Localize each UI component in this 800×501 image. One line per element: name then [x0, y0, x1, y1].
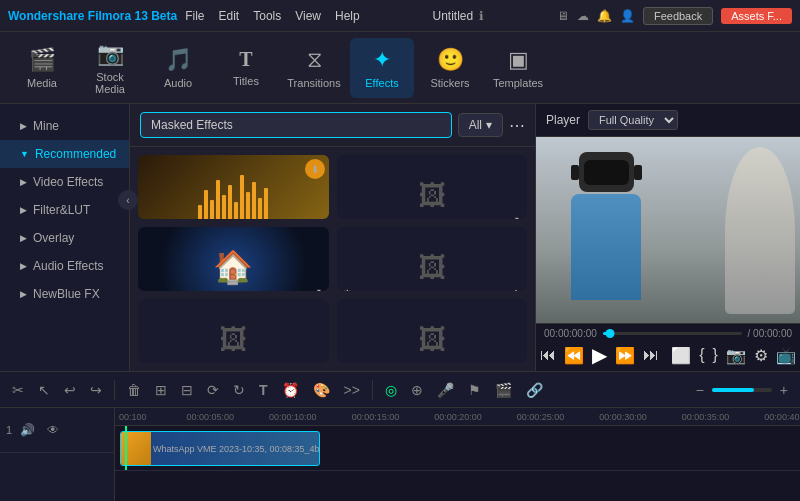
quality-select[interactable]: Full Quality [588, 110, 678, 130]
menu-help[interactable]: Help [335, 9, 360, 23]
more-tools-button[interactable]: >> [340, 380, 364, 400]
skip-to-end-button[interactable]: ⏭ [643, 346, 659, 364]
viz-bars [188, 170, 278, 219]
crop-button[interactable]: ⊞ [151, 380, 171, 400]
sidebar-item-mine-label: Mine [33, 119, 59, 133]
image-placeholder-icon: 🖼 [418, 179, 446, 212]
progress-track[interactable] [603, 332, 742, 335]
marker-button[interactable]: ⚑ [464, 380, 485, 400]
chevron-right-icon-5: ▶ [20, 261, 27, 271]
audio-mix-button[interactable]: ◎ [381, 380, 401, 400]
more-options-button[interactable]: ⋯ [509, 116, 525, 135]
effect-audio-viz[interactable]: ⬇ Audio Visualizer Glow [138, 155, 329, 219]
stickers-icon: 🙂 [437, 47, 464, 73]
time-button[interactable]: ⏰ [278, 380, 303, 400]
sidebar-item-audio-effects[interactable]: ▶ Audio Effects [0, 252, 129, 280]
timeline-labels: 1 🔊 👁 [0, 408, 115, 501]
menu-tools[interactable]: Tools [253, 9, 281, 23]
waveform-button[interactable]: 🎤 [433, 380, 458, 400]
player-label: Player [546, 113, 580, 127]
vr-visor [584, 160, 629, 185]
track-add-button[interactable]: 🎬 [491, 380, 516, 400]
snap-button[interactable]: ⊕ [407, 380, 427, 400]
effect-6[interactable]: 🖼 [337, 299, 528, 363]
left-panel: ▶ Mine ▼ Recommended ▶ Video Effects ▶ F… [0, 104, 130, 371]
search-input[interactable] [140, 112, 452, 138]
sidebar-item-overlay[interactable]: ▶ Overlay [0, 224, 129, 252]
tool-stickers[interactable]: 🙂 Stickers [418, 38, 482, 98]
video-clip[interactable]: WhatsApp VME 2023-10:35, 00:08:35_4b2f4.… [120, 431, 320, 466]
timeline-tracks: 00:100 00:00:05:00 00:00:10:00 00:00:15:… [115, 408, 800, 501]
pip-button[interactable]: 📺 [776, 346, 796, 365]
time-current: 00:00:00:00 [544, 328, 597, 339]
panel-collapse-button[interactable]: ‹ [118, 190, 138, 210]
skip-to-start-button[interactable]: ⏮ [540, 346, 556, 364]
tool-media[interactable]: 🎬 Media [10, 38, 74, 98]
tool-effects[interactable]: ✦ Effects [350, 38, 414, 98]
zoom-slider[interactable] [712, 388, 772, 392]
audio-mute-button[interactable]: 🔊 [16, 421, 39, 439]
ruler-mark-0: 00:100 [119, 412, 147, 422]
assets-button[interactable]: Assets F... [721, 8, 792, 24]
zoom-out-button[interactable]: − [692, 380, 708, 400]
more-icon: ⋮ [509, 287, 523, 291]
effect-audio-viz-thumb: ⬇ [138, 155, 329, 219]
sidebar-item-newblue-fx[interactable]: ▶ NewBlue FX [0, 280, 129, 308]
feedback-button[interactable]: Feedback [643, 7, 713, 25]
titlebar-right: 🖥 ☁ 🔔 👤 Feedback Assets F... [557, 7, 792, 25]
mark-out-button[interactable]: } [713, 346, 718, 364]
redo-button[interactable]: ↪ [86, 380, 106, 400]
fullscreen-button[interactable]: ⬜ [671, 346, 691, 365]
step-back-button[interactable]: ⏪ [564, 346, 584, 365]
settings-button[interactable]: ⚙ [754, 346, 768, 365]
sidebar-item-video-effects[interactable]: ▶ Video Effects [0, 168, 129, 196]
color-button[interactable]: 🎨 [309, 380, 334, 400]
sidebar-item-recommended[interactable]: ▼ Recommended [0, 140, 129, 168]
play-button[interactable]: ▶ [592, 343, 607, 367]
cut-tool-button[interactable]: ✂ [8, 380, 28, 400]
select-tool-button[interactable]: ↖ [34, 380, 54, 400]
tool-transitions[interactable]: ⧖ Transitions [282, 38, 346, 98]
text-button[interactable]: T [255, 380, 272, 400]
download-badge: ⬇ [305, 159, 325, 179]
chevron-right-icon-3: ▶ [20, 205, 27, 215]
mark-in-button[interactable]: { [699, 346, 704, 364]
link-button[interactable]: 🔗 [522, 380, 547, 400]
tool-stock-media[interactable]: 📷 Stock Media [78, 38, 142, 98]
split-button[interactable]: ⊟ [177, 380, 197, 400]
ruler-mark-7: 00:00:35:00 [682, 412, 730, 422]
rotate-button[interactable]: ↻ [229, 380, 249, 400]
menu-view[interactable]: View [295, 9, 321, 23]
screenshot-button[interactable]: 📷 [726, 346, 746, 365]
main-area: ▶ Mine ▼ Recommended ▶ Video Effects ▶ F… [0, 104, 800, 371]
filter-button[interactable]: All ▾ [458, 113, 503, 137]
menu-edit[interactable]: Edit [219, 9, 240, 23]
menu-file[interactable]: File [185, 9, 204, 23]
effect-light18[interactable]: 🖼 ⬇ Light Effect 18 [337, 155, 528, 219]
sidebar-item-filter-lut[interactable]: ▶ Filter&LUT [0, 196, 129, 224]
player-controls: 00:00:00:00 / 00:00:00 ⏮ ⏪ ▶ ⏩ ⏭ ⬜ { } 📷… [536, 323, 800, 371]
tool-templates[interactable]: ▣ Templates [486, 38, 550, 98]
effect-warm-family[interactable]: 🖼 ⚙ ⋮ Warm Family 01 [337, 227, 528, 291]
sidebar-item-mine[interactable]: ▶ Mine [0, 112, 129, 140]
player-video[interactable] [536, 137, 800, 323]
zoom-fill [712, 388, 754, 392]
vr-strap-left [571, 165, 579, 180]
delete-button[interactable]: 🗑 [123, 380, 145, 400]
speed-button[interactable]: ⟳ [203, 380, 223, 400]
tool-effects-label: Effects [365, 77, 398, 89]
effect-image-mask[interactable]: 🏠 ⬇ Image Mask [138, 227, 329, 291]
step-forward-button[interactable]: ⏩ [615, 346, 635, 365]
track-visibility-button[interactable]: 👁 [43, 421, 63, 439]
tool-titles[interactable]: T Titles [214, 38, 278, 98]
media-icon: 🎬 [29, 47, 56, 73]
effect-5[interactable]: 🖼 [138, 299, 329, 363]
timeline-content: 1 🔊 👁 00:100 00:00:05:00 00:00:10:00 00:… [0, 408, 800, 501]
undo-button[interactable]: ↩ [60, 380, 80, 400]
playhead [125, 426, 127, 470]
tool-audio[interactable]: 🎵 Audio [146, 38, 210, 98]
settings-icon: ⚙ [341, 287, 354, 291]
zoom-in-button[interactable]: + [776, 380, 792, 400]
player-buttons: ⏮ ⏪ ▶ ⏩ ⏭ ⬜ { } 📷 ⚙ 📺 [544, 343, 792, 367]
tool-stickers-label: Stickers [430, 77, 469, 89]
